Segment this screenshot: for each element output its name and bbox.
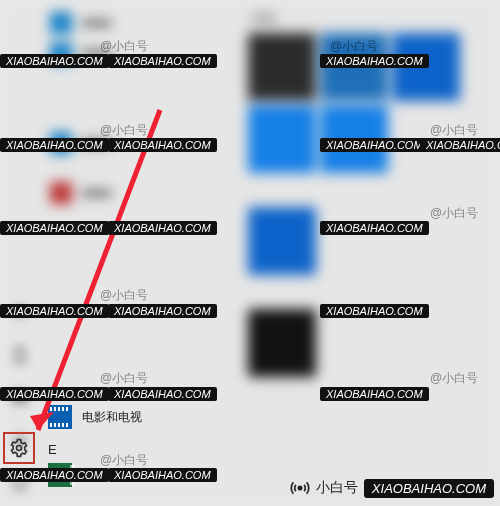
alpha-header-E[interactable]: E bbox=[48, 442, 57, 457]
tile[interactable] bbox=[248, 207, 316, 275]
tile[interactable] bbox=[248, 105, 316, 173]
svg-point-3 bbox=[17, 446, 22, 451]
tile[interactable] bbox=[392, 33, 460, 101]
tile-section-title: 浏览 bbox=[248, 4, 496, 33]
app-label: Excel bbox=[82, 468, 111, 482]
svg-point-0 bbox=[17, 306, 23, 312]
brand-text: 小白号 bbox=[316, 479, 358, 497]
tile[interactable] bbox=[320, 33, 388, 101]
settings-icon[interactable] bbox=[3, 432, 35, 464]
tile[interactable] bbox=[248, 33, 316, 101]
pictures-icon[interactable] bbox=[6, 384, 34, 412]
app-item-movies-tv[interactable]: 电影和电视 bbox=[48, 405, 142, 429]
power-icon[interactable] bbox=[6, 470, 34, 498]
documents-icon[interactable] bbox=[6, 341, 34, 369]
app-list[interactable]: ■■■■ ■■■■ ■■■■ ■■■■ bbox=[40, 0, 244, 506]
app-item[interactable]: ■■■■ bbox=[44, 178, 240, 208]
user-icon[interactable] bbox=[6, 298, 34, 326]
tile[interactable] bbox=[248, 309, 316, 377]
brand-bar: 小白号 XIAOBAIHAO.COM bbox=[290, 478, 494, 498]
excel-icon: X bbox=[48, 463, 72, 487]
app-item[interactable]: ■■■■ bbox=[44, 128, 240, 158]
app-item[interactable]: ■■■■ bbox=[44, 8, 240, 38]
brand-domain: XIAOBAIHAO.COM bbox=[364, 479, 494, 498]
broadcast-icon bbox=[290, 478, 310, 498]
svg-point-6 bbox=[298, 486, 301, 489]
start-sidebar bbox=[0, 0, 40, 506]
movies-tv-icon bbox=[48, 405, 72, 429]
app-item-excel[interactable]: X Excel bbox=[48, 463, 111, 487]
tile[interactable] bbox=[320, 105, 388, 173]
app-item[interactable]: ■■■■ bbox=[44, 38, 240, 68]
tile-panel: 浏览 bbox=[244, 0, 500, 506]
app-label: 电影和电视 bbox=[82, 409, 142, 426]
